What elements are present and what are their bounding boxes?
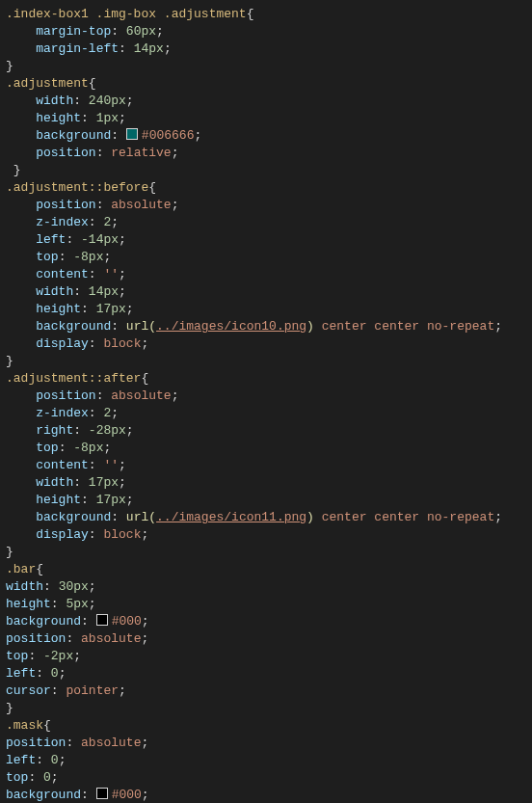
css-selector: .adjustment xyxy=(6,76,89,91)
css-property: width xyxy=(36,284,73,299)
css-property: content xyxy=(36,458,89,472)
css-property: background xyxy=(36,319,111,334)
css-property: background xyxy=(6,788,81,802)
css-property: right xyxy=(36,423,73,438)
css-property: top xyxy=(6,649,28,663)
css-property: z-index xyxy=(36,215,89,229)
css-property: width xyxy=(6,579,43,594)
css-selector: .adjustment::after xyxy=(6,371,141,386)
css-property: z-index xyxy=(36,406,89,420)
css-selector: .index-box1 .img-box .adjustment xyxy=(6,7,247,21)
css-code-editor[interactable]: .index-box1 .img-box .adjustment{ margin… xyxy=(0,0,532,803)
css-property: background xyxy=(36,510,111,524)
css-property: height xyxy=(6,597,51,611)
css-property: width xyxy=(36,475,73,490)
css-property: top xyxy=(36,250,58,264)
css-property: left xyxy=(6,666,36,681)
css-property: height xyxy=(36,302,81,316)
css-property: height xyxy=(36,493,81,507)
css-property: top xyxy=(36,441,58,455)
css-property: width xyxy=(36,94,73,108)
css-selector: .mask xyxy=(6,718,43,733)
css-property: cursor xyxy=(6,683,51,698)
css-property: background xyxy=(36,128,111,143)
css-property: display xyxy=(36,527,89,542)
css-property: position xyxy=(6,736,66,750)
css-selector: .adjustment::before xyxy=(6,180,148,195)
css-selector: .bar xyxy=(6,562,36,576)
css-property: left xyxy=(6,753,36,767)
css-property: position xyxy=(36,388,95,403)
css-property: position xyxy=(36,198,95,212)
css-property: position xyxy=(6,631,66,646)
css-property: left xyxy=(36,232,66,247)
css-property: position xyxy=(36,146,95,160)
css-property: margin-top xyxy=(36,24,111,39)
css-property: content xyxy=(36,267,89,281)
css-property: top xyxy=(6,770,28,785)
css-property: margin-left xyxy=(36,41,119,56)
css-property: height xyxy=(36,111,81,125)
css-property: background xyxy=(6,614,81,629)
css-property: display xyxy=(36,336,89,351)
